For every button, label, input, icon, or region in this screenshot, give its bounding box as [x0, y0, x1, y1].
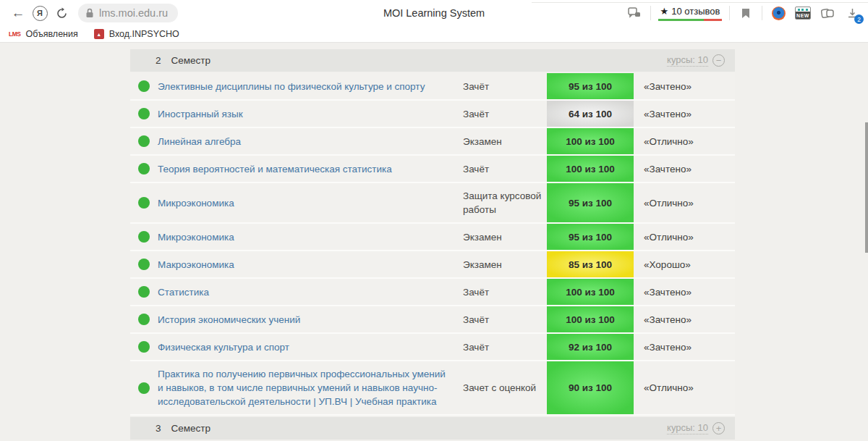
status-dot-cell [130, 251, 158, 277]
status-dot [138, 135, 150, 147]
course-row: Теория вероятностей и математическая ста… [130, 156, 735, 183]
divider [729, 6, 730, 20]
course-row: Статистика Зачёт 100 из 100 «Зачтено» [130, 279, 735, 306]
reviews-label: 10 отзывов [671, 6, 720, 17]
status-dot-cell [130, 101, 158, 127]
refresh-icon [56, 7, 68, 20]
assessment-type: Зачёт [463, 101, 547, 127]
protect-icon[interactable] [626, 4, 643, 22]
semester-3-header: 3 Семестр курсы: 10 + [130, 417, 735, 440]
assessment-type: Зачет с оценкой [463, 361, 547, 414]
status-dot [138, 163, 150, 175]
semester-number: 2 [156, 55, 161, 66]
score-badge: 64 из 100 [547, 101, 634, 127]
new-label: NEW [796, 12, 810, 19]
semester-2-header: 2 Семестр курсы: 10 − [130, 49, 735, 72]
lms-page: 2 Семестр курсы: 10 − Элективные дисципл… [0, 43, 868, 441]
assessment-type: Экзамен [463, 251, 547, 277]
divider [762, 6, 762, 20]
collapse-icon: − [712, 54, 725, 67]
refresh-button[interactable] [51, 2, 72, 24]
assessment-type: Экзамен [463, 224, 547, 250]
new-feature-icon[interactable]: NEW [794, 4, 812, 22]
score-badge: 92 из 100 [547, 334, 634, 360]
inpsycho-favicon: ▲ [94, 29, 104, 39]
course-link[interactable]: Микроэкономика [158, 183, 463, 222]
assessment-type: Зачёт [463, 73, 547, 99]
course-link[interactable]: Теория вероятностей и математическая ста… [158, 156, 463, 182]
score-badge: 85 из 100 [547, 251, 634, 277]
course-row: Микроэкономика Защита курсовой работы 95… [130, 183, 735, 224]
new-badge-icon: NEW [795, 7, 811, 20]
courses-toggle[interactable]: курсы: 10 + [667, 422, 725, 434]
grade-text: «Отлично» [634, 128, 735, 154]
grade-text: «Зачтено» [634, 279, 735, 305]
address-bar[interactable]: lms.moi.edu.ru [78, 4, 178, 22]
bookmark-label: Объявления [25, 29, 77, 39]
grade-text: «Зачтено» [634, 73, 735, 99]
grade-text: «Хорошо» [634, 251, 735, 277]
status-dot-cell [130, 183, 158, 222]
status-dot [138, 231, 150, 243]
cards-icon [821, 7, 834, 19]
bookmarks-bar: LMS Объявления ▲ Вход.INPSYCHO [0, 26, 868, 43]
course-link[interactable]: Элективные дисциплины по физической куль… [158, 73, 463, 99]
assessment-type: Экзамен [463, 128, 547, 154]
score-badge: 100 из 100 [547, 306, 634, 332]
extension-lens-icon[interactable] [770, 4, 787, 22]
courses-count-label: курсы: 10 [667, 54, 708, 67]
status-dot-cell [130, 334, 158, 360]
collections-icon[interactable] [819, 4, 836, 22]
course-link[interactable]: Физическая культура и спорт [158, 334, 463, 360]
assessment-type: Защита курсовой работы [463, 183, 547, 222]
course-link[interactable]: Линейная алгебра [158, 128, 463, 154]
status-dot [138, 341, 150, 353]
course-row: Иностранный язык Зачёт 64 из 100 «Зачтен… [130, 101, 735, 128]
expand-icon: + [712, 422, 725, 434]
grade-text: «Зачтено» [634, 101, 735, 127]
downloads-count-badge: 2 [854, 14, 864, 24]
vertical-scrollbar[interactable] [865, 122, 868, 253]
back-button[interactable]: ← [7, 2, 29, 24]
chat-bubbles-icon [628, 7, 641, 19]
bookmark-announcements[interactable]: LMS Объявления [9, 29, 78, 39]
course-row: Практика по получению первичных професси… [130, 361, 735, 416]
yandex-logo-icon[interactable]: Я [29, 2, 51, 24]
course-link[interactable]: Иностранный язык [158, 101, 463, 127]
course-link[interactable]: История экономических учений [158, 306, 463, 332]
toolbar-right: ★ 10 отзывов NEW [626, 4, 861, 22]
score-badge: 95 из 100 [547, 224, 634, 250]
course-row: Физическая культура и спорт Зачёт 92 из … [130, 334, 735, 361]
score-badge: 100 из 100 [547, 279, 634, 305]
status-dot [138, 286, 150, 298]
course-link[interactable]: Статистика [158, 279, 463, 305]
course-link[interactable]: Практика по получению первичных професси… [158, 361, 463, 414]
score-badge: 95 из 100 [547, 183, 634, 222]
semester-title: Семестр [171, 55, 211, 66]
score-badge: 95 из 100 [547, 73, 634, 99]
course-row: Линейная алгебра Экзамен 100 из 100 «Отл… [130, 128, 735, 156]
grade-text: «Отлично» [634, 183, 735, 222]
lock-icon [85, 8, 94, 18]
status-dot [138, 259, 150, 270]
bookmark-flag-icon[interactable] [737, 4, 754, 22]
yandex-circle: Я [33, 6, 48, 21]
grade-text: «Зачтено» [634, 306, 735, 332]
course-link[interactable]: Макроэкономика [158, 251, 463, 277]
status-dot [138, 382, 150, 394]
semester-table: 2 Семестр курсы: 10 − Элективные дисципл… [130, 43, 735, 440]
course-table-body: Элективные дисциплины по физической куль… [130, 73, 735, 416]
status-dot-cell [130, 279, 158, 305]
score-badge: 100 из 100 [547, 128, 634, 154]
reviews-widget[interactable]: ★ 10 отзывов [658, 6, 722, 21]
bookmark-inpsycho[interactable]: ▲ Вход.INPSYCHO [94, 29, 179, 39]
courses-toggle[interactable]: курсы: 10 − [667, 54, 725, 67]
assessment-type: Зачёт [463, 156, 547, 182]
downloads-button[interactable]: 2 [843, 4, 861, 22]
status-dot [138, 314, 150, 325]
grade-text: «Отлично» [634, 361, 735, 414]
star-icon: ★ [660, 6, 669, 17]
course-row: Микроэкономика Экзамен 95 из 100 «Отличн… [130, 224, 735, 251]
bookmark-label: Вход.INPSYCHO [109, 29, 179, 39]
course-link[interactable]: Микроэкономика [158, 224, 463, 250]
